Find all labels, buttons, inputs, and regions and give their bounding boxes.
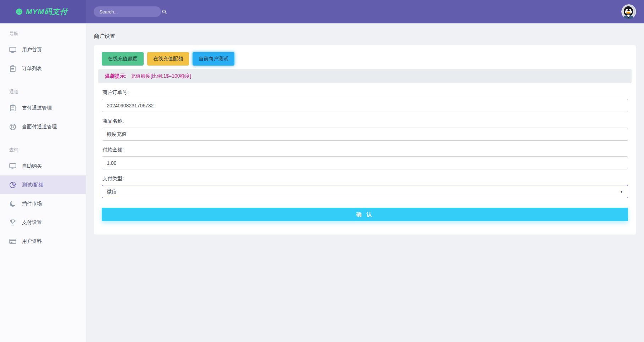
- clipboard-icon: [9, 65, 16, 72]
- creditcard-icon: [9, 238, 16, 245]
- sidebar-item-label: 用户首页: [22, 47, 42, 53]
- monitor-icon: [9, 163, 16, 170]
- notice-prefix: 温馨提示:: [105, 73, 127, 79]
- topbar: MYM码支付: [0, 0, 644, 23]
- trophy-icon: [9, 219, 16, 226]
- pay-type-selected-value: 微信: [107, 189, 117, 195]
- product-name-input[interactable]: [102, 128, 628, 141]
- amount-label: 付款金额:: [102, 147, 628, 153]
- search-input[interactable]: [99, 9, 162, 15]
- moon-icon: [9, 200, 16, 207]
- sidebar-item-pay-channel[interactable]: 支付通道管理: [0, 99, 86, 117]
- sidebar-item-label: 插件市场: [22, 201, 42, 207]
- tab-online-recharge-ration[interactable]: 在线充值配额: [147, 52, 189, 66]
- confirm-button[interactable]: 确 认: [102, 208, 628, 221]
- form-group-amount: 付款金额:: [102, 147, 628, 169]
- page-title: 商户设置: [94, 33, 636, 40]
- order-no-input[interactable]: [102, 99, 628, 112]
- sidebar-item-plugin-market[interactable]: 插件市场: [0, 194, 86, 213]
- notice-text: 充值额度[比例:1$=100额度]: [131, 73, 191, 79]
- product-name-label: 商品名称:: [102, 118, 628, 124]
- amount-input[interactable]: [102, 156, 628, 169]
- lifering-icon: [9, 123, 16, 130]
- form-group-order-no: 商户订单号:: [102, 89, 628, 112]
- form-group-product-name: 商品名称:: [102, 118, 628, 141]
- form-group-pay-type: 支付类型: 微信 ▼: [102, 175, 628, 198]
- sidebar-item-pay-settings[interactable]: 支付设置: [0, 213, 86, 232]
- sidebar-item-label: 自助购买: [22, 163, 42, 169]
- tab-online-recharge-quota[interactable]: 在线充值额度: [102, 52, 144, 66]
- search-box[interactable]: [94, 6, 161, 17]
- tab-current-merchant-test[interactable]: 当前商户测试: [193, 52, 234, 66]
- merchant-settings-card: 在线充值额度 在线充值配额 当前商户测试 温馨提示:充值额度[比例:1$=100…: [94, 45, 636, 235]
- sidebar-item-f2f-channel[interactable]: 当面付通道管理: [0, 117, 86, 136]
- sidebar-item-user-profile[interactable]: 用户资料: [0, 232, 86, 251]
- sidebar-item-label: 测试/配额: [22, 182, 43, 188]
- brand-title: MYM码支付: [26, 7, 68, 17]
- monitor-icon: [9, 46, 16, 54]
- clipboard-icon: [9, 105, 16, 112]
- sidebar-item-self-buy[interactable]: 自助购买: [0, 157, 86, 175]
- pay-type-label: 支付类型:: [102, 175, 628, 182]
- user-avatar[interactable]: [621, 4, 636, 19]
- tab-bar: 在线充值额度 在线充值配额 当前商户测试: [102, 52, 628, 66]
- sidebar-item-label: 订单列表: [22, 66, 42, 72]
- brand-logo-icon: [16, 8, 23, 15]
- pay-type-select[interactable]: 微信 ▼: [102, 185, 628, 198]
- sidebar-section-nav: 导航: [0, 25, 86, 40]
- order-no-label: 商户订单号:: [102, 89, 628, 96]
- sidebar-item-order-list[interactable]: 订单列表: [0, 59, 86, 78]
- sidebar-item-user-home[interactable]: 用户首页: [0, 40, 86, 59]
- main-content: 商户设置 在线充值额度 在线充值配额 当前商户测试 温馨提示:充值额度[比例:1…: [86, 23, 644, 342]
- sidebar-item-label: 支付通道管理: [22, 105, 52, 111]
- sidebar: 导航 用户首页 订单列表 通道 支付通道: [0, 23, 86, 342]
- sidebar-section-channel: 通道: [0, 78, 86, 99]
- brand: MYM码支付: [0, 0, 86, 23]
- search-icon[interactable]: [162, 9, 167, 15]
- sidebar-item-label: 支付设置: [22, 219, 42, 226]
- sidebar-item-test-quota[interactable]: 测试/配额: [0, 175, 86, 194]
- sidebar-item-label: 当面付通道管理: [22, 124, 57, 130]
- piechart-icon: [9, 181, 16, 189]
- chevron-down-icon: ▼: [620, 190, 623, 194]
- sidebar-item-label: 用户资料: [22, 238, 42, 245]
- sidebar-section-query: 查询: [0, 136, 86, 157]
- notice-bar: 温馨提示:充值额度[比例:1$=100额度]: [98, 69, 632, 83]
